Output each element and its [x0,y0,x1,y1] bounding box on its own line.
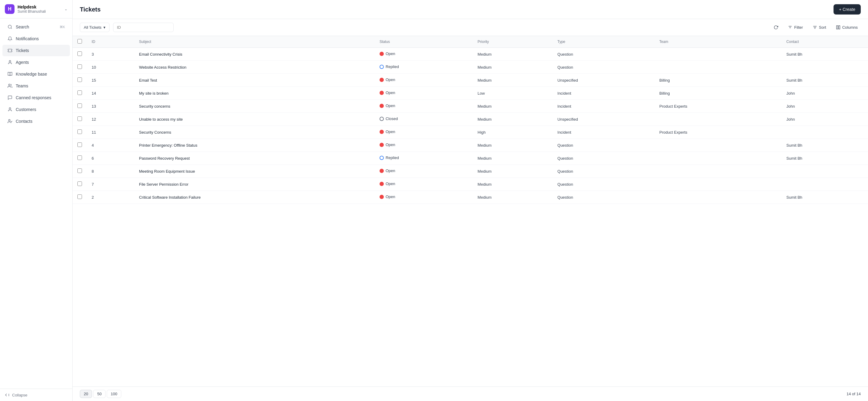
row-checkbox-cell[interactable] [72,48,87,61]
row-team [654,191,781,204]
tickets-table-container: ID Subject Status Priority Type Team Con… [72,36,868,387]
row-subject[interactable]: Meeting Room Equipment Issue [134,165,375,178]
status-text: Replied [385,64,399,69]
sidebar-item-tickets[interactable]: Tickets [2,45,70,56]
table-row[interactable]: 10 Website Access Restriction Replied Me… [72,61,868,74]
row-checkbox-cell[interactable] [72,178,87,191]
chevron-down-icon[interactable]: ⌄ [64,7,67,11]
row-checkbox-cell[interactable] [72,74,87,87]
row-checkbox[interactable] [78,155,82,160]
row-checkbox[interactable] [78,168,82,173]
row-priority: Medium [473,74,553,87]
table-row[interactable]: 15 Email Test Open Medium Unspecified Bi… [72,74,868,87]
row-checkbox[interactable] [78,181,82,186]
sidebar-item-search[interactable]: Search ⌘K [2,21,70,33]
row-subject[interactable]: My site is broken [134,87,375,100]
sort-button[interactable]: Sort [810,23,829,32]
row-subject[interactable]: Unable to access my site [134,113,375,126]
table-row[interactable]: 3 Email Connectivity Crisis Open Medium … [72,48,868,61]
row-subject[interactable]: File Server Permission Error [134,178,375,191]
sidebar-item-knowledge-base[interactable]: Knowledge base [2,68,70,80]
table-row[interactable]: 7 File Server Permission Error Open Medi… [72,178,868,191]
table-row[interactable]: 11 Security Concerns Open High Incident … [72,126,868,139]
all-tickets-filter[interactable]: All Tickets ▾ [80,23,110,32]
table-row[interactable]: 2 Critical Software Installation Failure… [72,191,868,204]
bell-icon [7,36,13,41]
table-row[interactable]: 4 Printer Emergency: Offline Status Open… [72,139,868,152]
row-checkbox-cell[interactable] [72,139,87,152]
sidebar-item-notifications[interactable]: Notifications [2,33,70,44]
row-checkbox-cell[interactable] [72,126,87,139]
status-dot [379,78,384,82]
search-input[interactable] [113,23,174,32]
row-priority: Medium [473,113,553,126]
row-checkbox[interactable] [78,143,82,147]
select-all-checkbox[interactable] [78,39,82,43]
refresh-button[interactable] [771,23,781,32]
row-id: 6 [87,152,134,165]
row-checkbox-cell[interactable] [72,191,87,204]
page-size-50[interactable]: 50 [93,390,105,398]
row-checkbox[interactable] [78,90,82,95]
collapse-label: Collapse [12,393,28,397]
row-checkbox-cell[interactable] [72,61,87,74]
status-text: Open [385,90,395,95]
columns-btn-label: Columns [842,25,858,30]
collapse-button[interactable]: Collapse [5,393,67,397]
col-subject: Subject [134,36,375,48]
table-row[interactable]: 12 Unable to access my site Closed Mediu… [72,113,868,126]
table-row[interactable]: 8 Meeting Room Equipment Issue Open Medi… [72,165,868,178]
row-checkbox[interactable] [78,194,82,199]
row-team [654,61,781,74]
row-checkbox-cell[interactable] [72,100,87,113]
row-subject[interactable]: Password Recovery Request [134,152,375,165]
pagination-info: 14 of 14 [846,392,861,396]
table-row[interactable]: 14 My site is broken Open Low Incident B… [72,87,868,100]
row-contact: Sumit Bh [781,74,868,87]
columns-button[interactable]: Columns [833,23,861,32]
table-row[interactable]: 13 Security concerns Open Medium Inciden… [72,100,868,113]
row-checkbox-cell[interactable] [72,87,87,100]
sidebar-nav: Search ⌘K Notifications Tickets Agents [0,19,72,389]
row-subject[interactable]: Security Concerns [134,126,375,139]
row-id: 7 [87,178,134,191]
row-checkbox[interactable] [78,78,82,82]
status-text: Open [385,78,395,82]
sidebar-item-customers[interactable]: Customers [2,104,70,115]
app-info: Helpdesk Sumit Bhanushali [18,4,46,14]
row-checkbox[interactable] [78,64,82,69]
row-checkbox[interactable] [78,117,82,121]
row-checkbox[interactable] [78,129,82,134]
row-subject[interactable]: Printer Emergency: Offline Status [134,139,375,152]
row-subject[interactable]: Critical Software Installation Failure [134,191,375,204]
filter-button[interactable]: Filter [785,23,806,32]
sort-btn-label: Sort [819,25,826,30]
row-checkbox[interactable] [78,52,82,56]
row-priority: High [473,126,553,139]
sidebar-item-canned-responses[interactable]: Canned responses [2,92,70,103]
row-checkbox[interactable] [78,103,82,108]
row-subject[interactable]: Email Test [134,74,375,87]
page-size-20[interactable]: 20 [80,390,92,398]
row-checkbox-cell[interactable] [72,152,87,165]
status-dot [379,91,384,95]
svg-point-1 [9,60,10,62]
page-size-100[interactable]: 100 [107,390,121,398]
table-row[interactable]: 6 Password Recovery Request Replied Medi… [72,152,868,165]
row-subject[interactable]: Security concerns [134,100,375,113]
user-icon [7,60,13,65]
select-all-header[interactable] [72,36,87,48]
table-header-row: ID Subject Status Priority Type Team Con… [72,36,868,48]
sidebar-item-teams[interactable]: Teams [2,80,70,92]
row-checkbox-cell[interactable] [72,113,87,126]
app-name: Helpdesk [18,4,46,10]
create-button[interactable]: + Create [834,4,861,14]
row-team: Product Experts [654,100,781,113]
row-checkbox-cell[interactable] [72,165,87,178]
row-type: Question [553,48,654,61]
sidebar-item-agents[interactable]: Agents [2,57,70,68]
row-subject[interactable]: Email Connectivity Crisis [134,48,375,61]
row-subject[interactable]: Website Access Restriction [134,61,375,74]
col-type: Type [553,36,654,48]
sidebar-item-contacts[interactable]: Contacts [2,116,70,127]
